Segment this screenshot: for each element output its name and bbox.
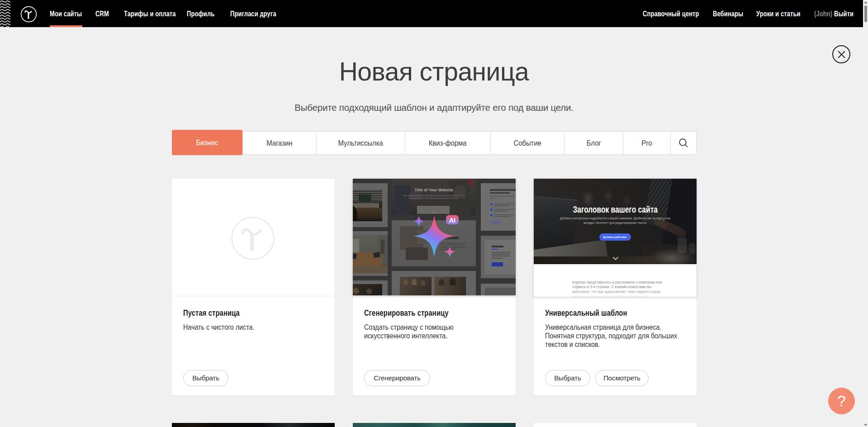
svg-text:AI: AI: [449, 217, 455, 224]
